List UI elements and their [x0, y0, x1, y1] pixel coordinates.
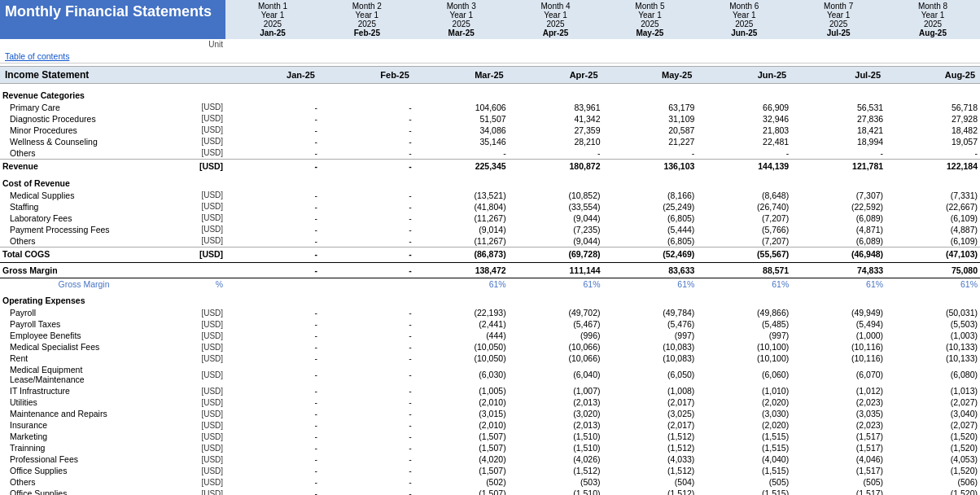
revenue-row-0: Primary Care [USD] - - 104,606 83,961 63…: [0, 102, 980, 113]
rev-item-2-name: Minor Procedures: [0, 125, 113, 136]
rev-item-1-unit: [USD]: [113, 113, 226, 125]
opex-row-2: Employee Benefits [USD] - - (444) (996) …: [0, 330, 980, 341]
opex-row-4: Rent [USD] - - (10,050) (10,066) (10,083…: [0, 353, 980, 364]
financial-table: Monthly Financial Statements Month 1 Yea…: [0, 0, 980, 495]
rev-item-0-v0: -: [225, 102, 320, 113]
revenue-row-3: Wellness & Counseling [USD] - - 35,146 2…: [0, 136, 980, 147]
rev-item-0-v3: 83,961: [509, 102, 603, 113]
toc-link[interactable]: Table of contents: [5, 51, 69, 61]
revenue-row-1: Diagnostic Procedures [USD] - - 51,507 4…: [0, 113, 980, 125]
is-jul-header: Jul-25: [791, 67, 886, 84]
cogs-row-3: Payment Processing Fees [USD] - - (9,014…: [0, 224, 980, 235]
cogs-total-row: Total COGS [USD] - - (86,873) (69,728) (…: [0, 247, 980, 261]
rev-item-0-name: Primary Care: [0, 102, 113, 113]
rev-item-0-v6: 56,531: [791, 102, 886, 113]
rev-item-1-name: Diagnostic Procedures: [0, 113, 113, 125]
opex-row-0: Payroll [USD] - - (22,193) (49,702) (49,…: [0, 307, 980, 318]
revenue-total-row: Revenue [USD] - - 225,345 180,872 136,10…: [0, 159, 980, 173]
opex-row-8: Maintenance and Repairs [USD] - - (3,015…: [0, 408, 980, 419]
cogs-row-4: Others [USD] - - (11,267) (9,044) (6,805…: [0, 235, 980, 248]
month-2-header: Month 2 Year 1 2025 Feb-25: [320, 0, 414, 39]
opex-row-1: Payroll Taxes [USD] - - (2,441) (5,467) …: [0, 318, 980, 330]
income-statement-label: Income Statement: [0, 67, 113, 84]
rev-item-0-v7: 56,718: [886, 102, 980, 113]
opex-row-13: Office Supplies [USD] - - (1,507) (1,512…: [0, 465, 980, 476]
report-title: Monthly Financial Statements: [0, 0, 225, 39]
rev-item-0-unit: [USD]: [113, 102, 226, 113]
toc-row: Table of contents: [0, 50, 980, 64]
month-7-header: Month 7 Year 1 2025 Jul-25: [791, 0, 886, 39]
is-jan-header: Jan-25: [225, 67, 320, 84]
is-mar-header: Mar-25: [414, 67, 509, 84]
opex-row-7: Utilities [USD] - - (2,010) (2,013) (2,0…: [0, 396, 980, 408]
is-feb-header: Feb-25: [320, 67, 414, 84]
month-6-header: Month 6 Year 1 2025 Jun-25: [697, 0, 791, 39]
rev-item-0-v4: 63,179: [603, 102, 698, 113]
opex-row-9: Insurance [USD] - - (2,010) (2,013) (2,0…: [0, 419, 980, 431]
unit-header: Unit: [113, 39, 226, 50]
opex-row-3: Medical Specialist Fees [USD] - - (10,05…: [0, 341, 980, 353]
is-aug-header: Aug-25: [886, 67, 980, 84]
is-may-header: May-25: [603, 67, 698, 84]
cogs-row-2: Laboratory Fees [USD] - - (11,267) (9,04…: [0, 212, 980, 224]
gross-margin-row: Gross Margin - - 138,472 111,144 83,633 …: [0, 263, 980, 278]
rev-item-0-v5: 66,909: [697, 102, 791, 113]
revenue-categories-header: Revenue Categories: [0, 89, 980, 102]
month-5-header: Month 5 Year 1 2025 May-25: [603, 0, 698, 39]
opex-row-10: Marketing [USD] - - (1,507) (1,510) (1,5…: [0, 431, 980, 442]
month-3-header: Month 3 Year 1 2025 Mar-25: [414, 0, 509, 39]
month-1-header: Month 1 Year 1 2025 Jan-25: [225, 0, 320, 39]
gm-pct-unit: %: [113, 278, 226, 291]
opex-row-11: Trainning [USD] - - (1,507) (1,510) (1,5…: [0, 442, 980, 453]
opex-row-15: Office Supplies [USD] - - (1,507) (1,510…: [0, 488, 980, 495]
revenue-row-4: Others [USD] - - - - - - - -: [0, 147, 980, 160]
opex-header: Operating Expenses: [0, 294, 980, 307]
revenue-cat-label: Revenue Categories: [0, 89, 980, 102]
unit-label-row: Unit: [0, 39, 980, 50]
is-jun-header: Jun-25: [697, 67, 791, 84]
opex-row-5: Medical Equipment Lease/Maintenance [USD…: [0, 364, 980, 385]
month-4-header: Month 4 Year 1 2025 Apr-25: [509, 0, 603, 39]
is-apr-header: Apr-25: [509, 67, 603, 84]
month-8-header: Month 8 Year 1 2025 Aug-25: [886, 0, 980, 39]
opex-row-14: Others [USD] - - (502) (503) (504) (505)…: [0, 476, 980, 488]
header-row: Monthly Financial Statements Month 1 Yea…: [0, 0, 980, 39]
opex-row-6: IT Infrastructure [USD] - - (1,005) (1,0…: [0, 385, 980, 396]
unit-spacer: [0, 39, 113, 50]
cogs-row-1: Staffing [USD] - - (41,804) (33,554) (25…: [0, 201, 980, 212]
rev-item-0-v2: 104,606: [414, 102, 509, 113]
cogs-row-0: Medical Supplies [USD] - - (13,521) (10,…: [0, 190, 980, 201]
revenue-row-2: Minor Procedures [USD] - - 34,086 27,359…: [0, 125, 980, 136]
gm-label: Gross Margin: [0, 278, 113, 291]
opex-row-12: Professional Fees [USD] - - (4,020) (4,0…: [0, 453, 980, 465]
main-container: Monthly Financial Statements Month 1 Yea…: [0, 0, 980, 495]
income-statement-header: Income Statement Jan-25 Feb-25 Mar-25 Ap…: [0, 67, 980, 84]
rev-item-0-v1: -: [320, 102, 414, 113]
gross-margin-pct-row: Gross Margin % 61% 61% 61% 61% 61% 61%: [0, 278, 980, 291]
cogs-header: Cost of Revenue: [0, 177, 980, 190]
